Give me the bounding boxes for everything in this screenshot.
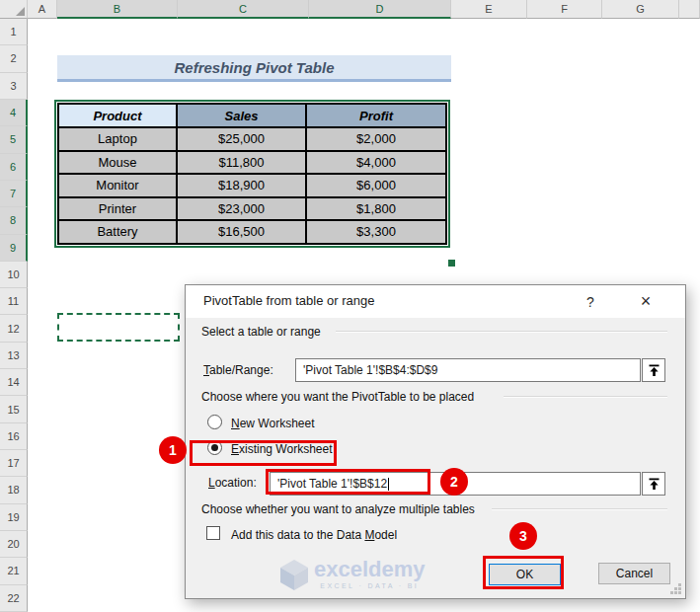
excel-window: ABCDEFG 12345678910111213141516171819202… [0, 0, 700, 612]
watermark-tagline: EXCEL · DATA · BI [320, 582, 419, 589]
select-all-corner[interactable] [0, 0, 28, 19]
exceldemy-logo-icon [279, 559, 309, 591]
data-table: ProductSalesProfitLaptop$25,000$2,000Mou… [57, 103, 447, 245]
table-header-cell[interactable]: Product [58, 104, 177, 127]
table-cell[interactable]: Printer [58, 197, 177, 221]
step2-highlight-box [266, 469, 430, 495]
row-header-20[interactable]: 20 [0, 531, 28, 558]
row-header-5[interactable]: 5 [0, 126, 28, 153]
table-row: Mouse$11,800$4,000 [58, 151, 446, 175]
new-worksheet-radio[interactable] [207, 415, 222, 429]
group-select-range-label: Select a table or range [201, 325, 321, 339]
row-header-1[interactable]: 1 [0, 19, 28, 45]
table-cell[interactable]: Monitor [58, 174, 177, 197]
table-row: Printer$23,000$1,800 [58, 197, 446, 221]
column-headers: ABCDEFG [0, 0, 700, 19]
new-worksheet-label[interactable]: New Worksheet [231, 417, 314, 430]
location-label: Location: [208, 476, 257, 490]
exceldemy-watermark: exceldemy EXCEL · DATA · BI [279, 559, 426, 591]
table-header-cell[interactable]: Sales [177, 104, 306, 127]
step1-badge: 1 [159, 436, 187, 464]
row-header-15[interactable]: 15 [0, 396, 28, 422]
selection-fill-handle[interactable] [447, 259, 456, 268]
row-header-12[interactable]: 12 [0, 315, 28, 342]
table-cell[interactable]: Laptop [58, 127, 177, 151]
collapse-dialog-icon [648, 364, 661, 377]
step2-badge: 2 [440, 468, 468, 496]
row-header-6[interactable]: 6 [0, 154, 28, 181]
table-cell[interactable]: $23,000 [177, 197, 306, 221]
collapse-dialog-button[interactable] [642, 358, 665, 382]
table-range-value: 'Pivot Table 1'!$B$4:$D$9 [303, 363, 437, 377]
collapse-dialog-button[interactable] [642, 472, 665, 496]
table-row: Monitor$18,900$6,000 [58, 174, 446, 197]
row-headers: 12345678910111213141516171819202122 [0, 19, 28, 612]
column-header-E[interactable]: E [451, 0, 527, 19]
row-header-8[interactable]: 8 [0, 207, 28, 234]
close-icon[interactable]: × [632, 288, 660, 314]
destination-cell-b12[interactable] [57, 313, 180, 342]
table-cell[interactable]: Battery [58, 220, 177, 244]
dialog-title: PivotTable from table or range [203, 293, 374, 308]
data-model-label[interactable]: Add this data to the Data Model [231, 528, 397, 542]
row-header-9[interactable]: 9 [0, 235, 28, 262]
row-header-19[interactable]: 19 [0, 504, 28, 531]
row-header-11[interactable]: 11 [0, 288, 28, 315]
sheet-title-banner: Refreshing Pivot Table [57, 55, 451, 82]
row-header-13[interactable]: 13 [0, 343, 28, 369]
table-cell[interactable]: $6,000 [306, 174, 446, 197]
help-button[interactable]: ? [579, 291, 602, 313]
table-cell[interactable]: $2,000 [306, 127, 446, 151]
cancel-button[interactable]: Cancel [598, 563, 670, 584]
table-cell[interactable]: $4,000 [306, 151, 446, 175]
table-cell[interactable]: $18,900 [177, 174, 306, 197]
step3-highlight-box [483, 556, 564, 589]
table-header-cell[interactable]: Profit [306, 104, 446, 127]
row-header-17[interactable]: 17 [0, 450, 28, 477]
row-header-14[interactable]: 14 [0, 369, 28, 396]
table-row: Battery$16,500$3,300 [58, 220, 446, 244]
table-cell[interactable]: Mouse [58, 151, 177, 175]
group-divider [492, 508, 667, 510]
row-header-7[interactable]: 7 [0, 181, 28, 207]
row-header-10[interactable]: 10 [0, 262, 28, 288]
row-header-21[interactable]: 21 [0, 558, 28, 584]
row-header-16[interactable]: 16 [0, 423, 28, 450]
column-header-B[interactable]: B [57, 0, 178, 19]
row-header-2[interactable]: 2 [0, 45, 28, 72]
resize-grip[interactable] [670, 583, 682, 595]
row-header-22[interactable]: 22 [0, 585, 28, 612]
column-header-F[interactable]: F [527, 0, 602, 19]
column-header-G[interactable]: G [602, 0, 679, 19]
group-multiple-tables-label: Choose whether you want to analyze multi… [201, 502, 475, 516]
step1-highlight-box [190, 440, 337, 466]
table-range-label: Table/Range: [203, 363, 273, 377]
table-cell[interactable]: $3,300 [306, 220, 446, 244]
table-cell[interactable]: $25,000 [177, 127, 306, 151]
collapse-dialog-icon [648, 478, 661, 491]
group-divider [336, 331, 667, 333]
dialog-titlebar[interactable]: PivotTable from table or range ? × [186, 285, 685, 318]
table-cell[interactable]: $11,800 [177, 151, 306, 175]
column-header-A[interactable]: A [28, 0, 57, 19]
corner-triangle-icon [16, 7, 25, 16]
row-header-3[interactable]: 3 [0, 73, 28, 100]
watermark-name: exceldemy [314, 559, 426, 580]
column-header-C[interactable]: C [178, 0, 309, 19]
data-model-checkbox[interactable] [206, 526, 220, 540]
table-row: Laptop$25,000$2,000 [58, 127, 446, 151]
table-cell[interactable]: $16,500 [177, 220, 306, 244]
group-divider [504, 396, 667, 398]
row-header-4[interactable]: 4 [0, 100, 28, 126]
table-range-input[interactable]: 'Pivot Table 1'!$B$4:$D$9 [295, 358, 641, 382]
table-cell[interactable]: $1,800 [306, 197, 446, 221]
selected-range-outline: ProductSalesProfitLaptop$25,000$2,000Mou… [54, 100, 450, 248]
step3-badge: 3 [509, 522, 537, 550]
sheet-title-text: Refreshing Pivot Table [175, 59, 335, 76]
row-header-18[interactable]: 18 [0, 477, 28, 503]
column-header-partial[interactable] [679, 0, 700, 19]
column-header-D[interactable]: D [309, 0, 451, 19]
group-placement-label: Choose where you want the PivotTable to … [201, 390, 474, 404]
